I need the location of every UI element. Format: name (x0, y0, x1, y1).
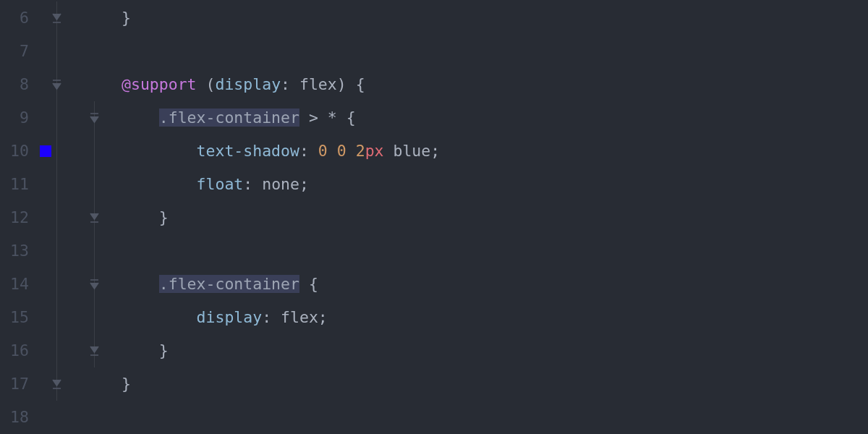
fold-gutter[interactable] (56, 334, 122, 367)
breakpoint-icon[interactable] (40, 145, 51, 157)
fold-gutter[interactable] (56, 234, 122, 268)
fold-gutter[interactable] (56, 101, 122, 135)
line-number: 13 (0, 234, 35, 268)
line-number: 17 (0, 367, 35, 401)
css-selector: .flex-container (159, 275, 299, 293)
code-line[interactable]: 16 } (0, 334, 868, 367)
line-number: 8 (0, 68, 35, 101)
code-content[interactable]: float: none; (122, 168, 868, 201)
fold-end-icon[interactable] (90, 345, 99, 357)
fold-open-icon[interactable] (52, 79, 61, 90)
code-content[interactable]: display: flex; (122, 301, 868, 334)
css-number: 2 (356, 142, 365, 160)
fold-end-icon[interactable] (52, 378, 61, 390)
brace: } (159, 208, 169, 226)
css-value: blue (393, 142, 430, 160)
code-line[interactable]: 15 display: flex; (0, 301, 868, 334)
line-number: 15 (0, 301, 35, 334)
code-content[interactable]: } (122, 1, 868, 35)
code-content[interactable]: text-shadow: 0 0 2px blue; (122, 135, 868, 168)
code-line[interactable]: 17 } (0, 367, 868, 401)
fold-gutter[interactable] (56, 268, 122, 301)
line-number: 7 (0, 35, 35, 68)
brace: } (159, 341, 169, 359)
code-line[interactable]: 12 } (0, 201, 868, 234)
line-number: 11 (0, 168, 35, 201)
css-property: display (197, 308, 263, 326)
line-number: 9 (0, 101, 35, 135)
line-number: 18 (0, 401, 35, 434)
fold-gutter[interactable] (56, 301, 122, 334)
fold-open-icon[interactable] (90, 112, 99, 124)
line-number: 12 (0, 201, 35, 234)
code-content[interactable]: } (122, 201, 868, 234)
css-property: display (215, 75, 281, 93)
code-editor[interactable]: 6 } 7 8 @support (display: flex) { (0, 0, 868, 434)
line-number: 10 (0, 135, 35, 168)
css-unit: px (365, 142, 384, 160)
brace: } (122, 375, 131, 393)
line-number: 6 (0, 1, 35, 35)
code-content[interactable]: .flex-container { (122, 268, 868, 301)
fold-gutter[interactable] (56, 367, 122, 401)
css-selector: .flex-container (159, 109, 299, 127)
code-line[interactable]: 6 } (0, 1, 868, 35)
fold-gutter[interactable] (56, 201, 122, 234)
code-line[interactable]: 14 .flex-container { (0, 268, 868, 301)
fold-gutter[interactable] (56, 1, 122, 35)
css-value: flex (299, 75, 337, 93)
fold-gutter[interactable] (56, 135, 122, 168)
code-content[interactable]: @support (display: flex) { (122, 68, 868, 101)
fold-end-icon[interactable] (90, 212, 99, 224)
fold-end-icon[interactable] (52, 12, 61, 24)
at-rule: @support (122, 75, 197, 93)
code-content[interactable]: } (122, 334, 868, 367)
code-content[interactable]: .flex-container > * { (122, 101, 868, 135)
code-line[interactable]: 7 (0, 35, 868, 68)
css-number: 0 (337, 142, 346, 160)
code-line[interactable]: 11 float: none; (0, 168, 868, 201)
brace: } (122, 9, 131, 27)
code-content[interactable]: } (122, 367, 868, 401)
code-line[interactable]: 8 @support (display: flex) { (0, 68, 868, 101)
breakpoint-gutter[interactable] (35, 145, 56, 157)
css-value: none (262, 175, 299, 193)
fold-gutter[interactable] (56, 168, 122, 201)
fold-gutter[interactable] (56, 401, 122, 434)
code-line[interactable]: 13 (0, 234, 868, 268)
css-number: 0 (318, 142, 328, 160)
css-value: flex (281, 308, 318, 326)
line-number: 14 (0, 268, 35, 301)
line-number: 16 (0, 334, 35, 367)
code-line[interactable]: 10 text-shadow: 0 0 2px blue; (0, 135, 868, 168)
code-line[interactable]: 9 .flex-container > * { (0, 101, 868, 135)
fold-gutter[interactable] (56, 35, 122, 68)
code-line[interactable]: 18 (0, 401, 868, 434)
fold-open-icon[interactable] (90, 278, 99, 290)
fold-gutter[interactable] (56, 68, 122, 101)
css-property: text-shadow (197, 142, 299, 160)
css-property: float (197, 175, 244, 193)
